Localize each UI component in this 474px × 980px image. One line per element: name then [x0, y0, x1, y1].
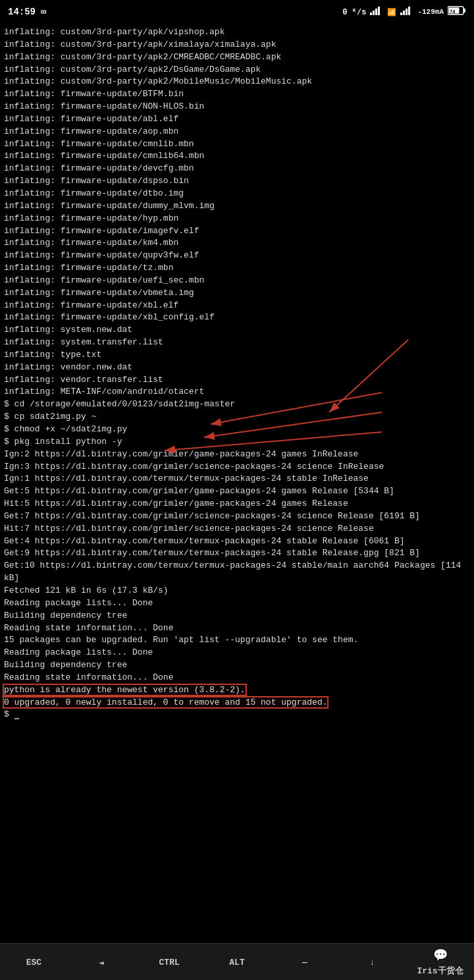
network-indicator — [370, 6, 383, 18]
status-right: 0 ᴷ/s 📶 -129mA 74 — [342, 6, 466, 18]
nav-bar: ESC ⇥ CTRL ALT — ↓ 💬 Iris干货仓 — [0, 943, 474, 980]
nav-dash-label: — — [302, 958, 307, 967]
svg-rect-1 — [373, 11, 375, 15]
infinity-icon: ∞ — [41, 7, 46, 17]
svg-rect-6 — [406, 9, 408, 15]
terminal: inflating: custom/3rd-party/apk/vipshop.… — [0, 24, 474, 943]
svg-rect-4 — [400, 13, 402, 15]
svg-rect-0 — [370, 13, 372, 15]
nav-esc[interactable]: ESC — [0, 944, 68, 980]
nav-alt[interactable]: ALT — [203, 944, 271, 980]
nav-tab-label: ⇥ — [99, 958, 104, 968]
nav-esc-label: ESC — [26, 958, 41, 967]
nav-down[interactable]: ↓ — [338, 944, 406, 980]
nav-ctrl-label: CTRL — [159, 958, 180, 967]
status-bar: 14:59 ∞ 0 ᴷ/s 📶 -129mA — [0, 0, 474, 24]
svg-rect-7 — [408, 7, 410, 15]
wechat-icon: 💬 — [433, 948, 448, 962]
nav-down-label: ↓ — [370, 958, 375, 967]
nav-wechat-label: Iris干货仓 — [417, 965, 463, 977]
svg-rect-5 — [403, 11, 405, 15]
nav-wechat[interactable]: 💬 Iris干货仓 — [406, 944, 474, 980]
svg-text:74: 74 — [450, 9, 455, 14]
svg-rect-9 — [463, 9, 465, 13]
data-speed: 0 ᴷ/s — [342, 7, 366, 17]
battery-icon: 74 — [448, 6, 466, 18]
status-left: 14:59 ∞ — [8, 7, 46, 17]
terminal-content: inflating: custom/3rd-party/apk/vipshop.… — [4, 26, 470, 721]
nav-alt-label: ALT — [229, 958, 244, 967]
time-display: 14:59 — [8, 7, 36, 17]
sim-icon: 📶 — [387, 8, 396, 16]
nav-tab[interactable]: ⇥ — [68, 944, 136, 980]
nav-dash[interactable]: — — [271, 944, 338, 980]
signal-bars-2 — [400, 6, 413, 18]
nav-ctrl[interactable]: CTRL — [136, 944, 203, 980]
battery-label: -129mA — [417, 8, 444, 16]
svg-rect-2 — [375, 9, 377, 15]
svg-rect-3 — [378, 7, 380, 15]
